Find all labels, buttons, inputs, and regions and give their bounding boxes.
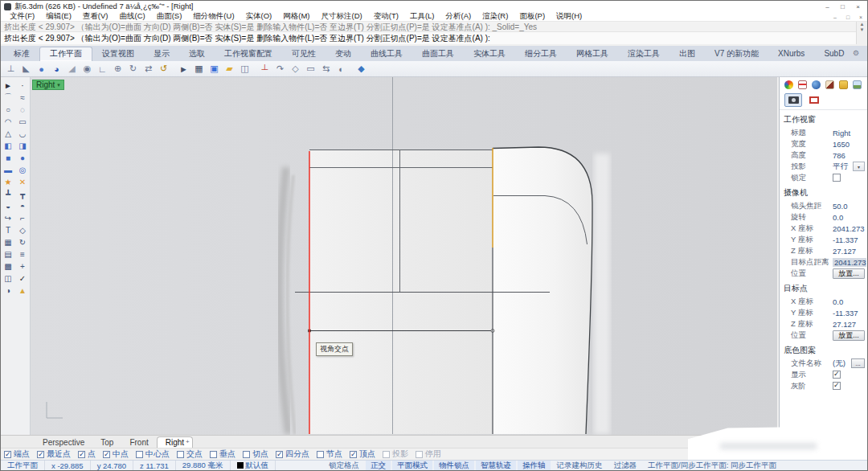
checkbox[interactable] bbox=[210, 451, 217, 458]
toolbar-tab[interactable]: SubD bbox=[814, 47, 854, 61]
toolbar-tab[interactable]: V7 的新功能 bbox=[705, 47, 768, 61]
properties-icon[interactable] bbox=[784, 80, 793, 89]
menu-item[interactable]: 文件(F) bbox=[4, 12, 40, 22]
command-scrollbar[interactable]: ▲ ▼ bbox=[856, 22, 867, 44]
clipping-plane-tab[interactable] bbox=[805, 93, 823, 107]
rotate-icon[interactable]: ↻ bbox=[16, 236, 29, 248]
toolbar-tab[interactable]: 显示 bbox=[144, 47, 179, 61]
status-cell[interactable]: y 24.780 bbox=[91, 461, 133, 471]
toolbar-tab[interactable]: 工作平面 bbox=[39, 47, 92, 61]
child-restore-button[interactable]: □ bbox=[841, 13, 854, 22]
synchronize-views-icon[interactable]: ⇆ bbox=[318, 62, 334, 76]
checkbox[interactable] bbox=[4, 451, 11, 458]
status-cell[interactable]: 默认值 bbox=[231, 461, 276, 471]
viewport-tab[interactable]: Top bbox=[92, 437, 121, 448]
cplane-icon[interactable]: ▤ bbox=[2, 248, 14, 260]
surface-icon[interactable]: ◧ bbox=[2, 140, 14, 151]
sweep-icon[interactable]: ◨ bbox=[16, 140, 29, 151]
maximize-button[interactable]: □ bbox=[835, 2, 850, 12]
close-button[interactable]: × bbox=[850, 2, 866, 12]
trim-icon[interactable]: ✕ bbox=[16, 176, 29, 187]
toolbar-tab[interactable]: 出图 bbox=[669, 47, 705, 61]
place-button[interactable]: 放置... bbox=[833, 268, 865, 279]
toolbar-tab[interactable]: 可见性 bbox=[282, 47, 326, 61]
cplane-sphere-icon[interactable]: ● bbox=[34, 62, 49, 76]
array-icon[interactable]: ▦ bbox=[2, 236, 14, 248]
cplane-origin-icon[interactable]: ⊕ bbox=[110, 62, 125, 76]
checkbox[interactable] bbox=[833, 174, 841, 182]
checkbox[interactable] bbox=[416, 451, 423, 458]
named-cplane-icon[interactable]: ◫ bbox=[237, 62, 252, 76]
rendering-icon[interactable] bbox=[853, 80, 862, 89]
osnap-toggle[interactable]: 交点 bbox=[177, 448, 203, 460]
property-value[interactable]: 27.127 bbox=[833, 247, 856, 256]
osnap-toggle[interactable]: 中点 bbox=[103, 448, 129, 460]
checkbox[interactable] bbox=[136, 451, 143, 458]
osnap-toggle[interactable]: 顶点 bbox=[350, 448, 375, 460]
osnap-toggle[interactable]: 中心点 bbox=[136, 448, 170, 460]
property-value[interactable]: -11.337 bbox=[833, 236, 858, 244]
viewport-tab[interactable]: Perspective bbox=[35, 437, 92, 448]
status-cell[interactable]: z 11.731 bbox=[133, 461, 176, 471]
chevron-down-icon[interactable]: ▾ bbox=[853, 162, 865, 171]
checkbox[interactable] bbox=[276, 451, 283, 458]
rotate-view-icon[interactable]: ↷ bbox=[272, 62, 288, 76]
toolbar-tab[interactable]: 曲线工具 bbox=[361, 47, 412, 61]
checkbox[interactable] bbox=[103, 451, 110, 458]
fillet-icon[interactable]: ┳ bbox=[16, 188, 29, 199]
property-value[interactable]: 0.0 bbox=[833, 297, 843, 306]
right-viewport[interactable]: Right▾ bbox=[31, 77, 777, 435]
sphere-icon[interactable]: ● bbox=[16, 152, 29, 163]
status-toggle[interactable]: 平面模式 bbox=[392, 461, 432, 471]
menu-item[interactable]: 曲面(S) bbox=[151, 12, 188, 22]
boolean-union-icon[interactable]: ◒ bbox=[2, 200, 14, 211]
status-toggle[interactable]: 工作平面/同步工作平面: 同步工作平面 bbox=[643, 461, 781, 471]
status-toggle[interactable]: 过滤器 bbox=[609, 461, 642, 471]
property-value[interactable]: 平行 bbox=[833, 162, 848, 172]
box-icon[interactable]: ■ bbox=[2, 152, 14, 163]
menu-item[interactable]: 工具(L) bbox=[404, 12, 440, 22]
undo-view-icon[interactable]: ↺ bbox=[156, 62, 171, 76]
ellipse-icon[interactable]: ◌ bbox=[16, 104, 29, 115]
cplane-surface-icon[interactable]: ◢ bbox=[64, 62, 80, 76]
polyline-icon[interactable]: ⌒ bbox=[2, 92, 14, 103]
cylinder-icon[interactable]: ▬ bbox=[2, 164, 14, 175]
status-cell[interactable]: 工作平面 bbox=[1, 461, 45, 471]
checkbox[interactable] bbox=[833, 382, 841, 390]
menu-item[interactable]: 渲染(R) bbox=[477, 12, 514, 22]
hatch-icon[interactable]: ▩ bbox=[2, 260, 14, 272]
cplane-curve-icon[interactable]: ◉ bbox=[80, 62, 95, 76]
rectangle-icon[interactable]: ▭ bbox=[16, 116, 29, 127]
scroll-down-icon[interactable]: ▼ bbox=[860, 27, 865, 33]
explode-icon[interactable]: ★ bbox=[2, 176, 14, 187]
menu-item[interactable]: 变动(T) bbox=[368, 12, 404, 22]
checkbox[interactable] bbox=[833, 371, 841, 379]
toolbar-tab[interactable]: 实体工具 bbox=[464, 47, 515, 61]
checkbox[interactable] bbox=[317, 451, 324, 458]
text-icon[interactable]: T bbox=[2, 224, 14, 236]
property-value[interactable]: -11.337 bbox=[833, 309, 858, 317]
new-viewport-icon[interactable]: + bbox=[186, 438, 190, 445]
osnap-toggle[interactable]: 投影 bbox=[383, 448, 408, 460]
status-toggle[interactable]: 记录建构历史 bbox=[552, 461, 608, 471]
menu-item[interactable]: 分析(A) bbox=[440, 12, 477, 22]
libraries-icon[interactable] bbox=[839, 80, 848, 89]
move-cplane-icon[interactable]: ⇄ bbox=[141, 62, 156, 76]
scale-icon[interactable]: ◇ bbox=[16, 224, 29, 236]
property-value[interactable]: (无) bbox=[833, 358, 845, 369]
toolbar-tab[interactable]: 选取 bbox=[179, 47, 215, 61]
curve-tools-icon[interactable]: ↪ bbox=[2, 212, 14, 223]
status-cell[interactable]: x -29.885 bbox=[45, 461, 91, 471]
menu-item[interactable]: 曲线(C) bbox=[113, 12, 150, 22]
menu-item[interactable]: 细分物件(U) bbox=[187, 12, 240, 22]
property-value[interactable]: 1650 bbox=[833, 140, 850, 149]
cplane-z-axis-icon[interactable]: ┴ bbox=[257, 62, 272, 76]
camera-toggle-icon[interactable]: ◐ bbox=[334, 62, 349, 76]
property-value[interactable]: 2041.273 bbox=[833, 258, 866, 267]
menu-item[interactable]: 尺寸标注(D) bbox=[316, 12, 368, 22]
plan-view-icon[interactable]: ▭ bbox=[303, 62, 318, 76]
circle-icon[interactable]: ○ bbox=[2, 104, 14, 115]
viewport-properties-tab[interactable] bbox=[784, 93, 802, 107]
osnap-toggle[interactable]: 停用 bbox=[416, 448, 441, 460]
checkbox[interactable] bbox=[78, 451, 85, 458]
